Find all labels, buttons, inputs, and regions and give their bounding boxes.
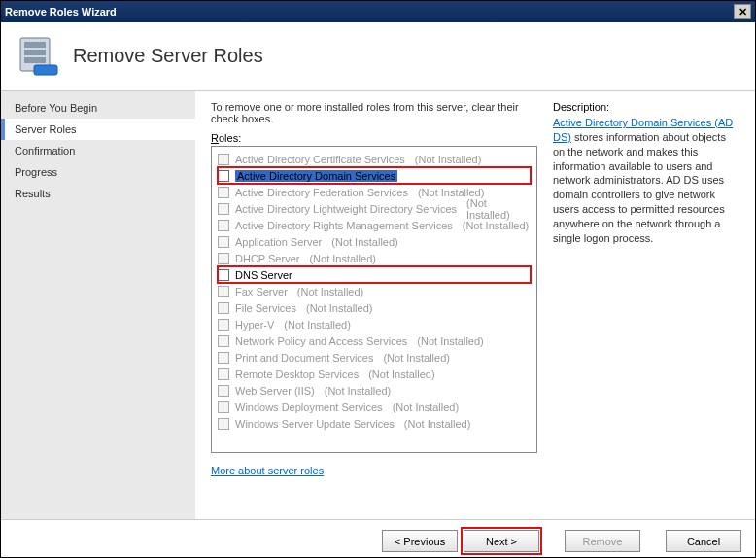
- role-item: Active Directory Certificate Services(No…: [218, 151, 531, 167]
- sidebar-item-server-roles[interactable]: Server Roles: [1, 119, 195, 140]
- remove-button: Remove: [565, 530, 640, 552]
- role-name: Active Directory Federation Services: [235, 187, 408, 198]
- role-status: (Not Installed): [306, 302, 372, 314]
- instruction-text: To remove one or more installed roles fr…: [211, 101, 537, 124]
- role-name: Active Directory Domain Services: [235, 170, 397, 182]
- sidebar-item-before-you-begin[interactable]: Before You Begin: [1, 97, 195, 119]
- role-name: Print and Document Services: [235, 352, 373, 364]
- role-status: (Not Installed): [417, 335, 483, 347]
- role-checkbox: [218, 368, 229, 380]
- sidebar-item-results[interactable]: Results: [1, 183, 195, 204]
- role-status: (Not Installed): [368, 368, 434, 380]
- description-body: stores information about objects on the …: [553, 131, 726, 244]
- role-item: Print and Document Services(Not Installe…: [218, 349, 531, 366]
- wizard-footer: < Previous Next > Remove Cancel: [1, 519, 755, 558]
- role-checkbox: [218, 401, 229, 413]
- close-button[interactable]: ✕: [734, 4, 751, 19]
- role-item: Active Directory Lightweight Directory S…: [218, 200, 531, 217]
- description-text: Active Directory Domain Services (AD DS)…: [553, 116, 739, 246]
- role-status: (Not Installed): [404, 418, 470, 430]
- sidebar-item-progress[interactable]: Progress: [1, 161, 195, 183]
- role-checkbox: [218, 335, 229, 347]
- role-status: (Not Installed): [325, 385, 391, 397]
- role-checkbox: [218, 352, 229, 364]
- role-status: (Not Installed): [463, 220, 529, 231]
- role-name: File Services: [235, 302, 296, 314]
- role-checkbox: [218, 253, 229, 264]
- role-item: Windows Server Update Services(Not Insta…: [218, 415, 531, 432]
- role-status: (Not Installed): [331, 236, 397, 248]
- role-checkbox[interactable]: [218, 269, 229, 281]
- next-button[interactable]: Next >: [464, 530, 539, 552]
- svg-rect-2: [24, 50, 46, 55]
- role-item: File Services(Not Installed): [218, 299, 531, 316]
- role-checkbox: [218, 286, 229, 297]
- window-title: Remove Roles Wizard: [5, 6, 117, 17]
- role-name: Application Server: [235, 236, 322, 248]
- svg-rect-1: [24, 42, 46, 48]
- role-name: Active Directory Lightweight Directory S…: [235, 203, 457, 215]
- role-name: Hyper-V: [235, 319, 274, 331]
- wizard-header: Remove Server Roles: [1, 22, 755, 91]
- sidebar-item-confirmation[interactable]: Confirmation: [1, 140, 195, 161]
- page-title: Remove Server Roles: [73, 45, 263, 67]
- role-checkbox: [218, 385, 229, 397]
- role-checkbox: [218, 154, 229, 165]
- wizard-sidebar: Before You BeginServer RolesConfirmation…: [1, 91, 195, 519]
- role-item[interactable]: DNS Server: [218, 266, 531, 283]
- roles-listbox[interactable]: Active Directory Certificate Services(No…: [211, 146, 537, 453]
- cancel-button[interactable]: Cancel: [666, 530, 741, 552]
- role-name: Fax Server: [235, 286, 288, 297]
- role-checkbox: [218, 203, 229, 215]
- description-label: Description:: [553, 101, 739, 113]
- role-checkbox: [218, 220, 229, 231]
- svg-rect-4: [34, 65, 57, 75]
- role-status: (Not Installed): [284, 319, 350, 331]
- role-name: Windows Deployment Services: [235, 401, 383, 413]
- titlebar: Remove Roles Wizard ✕: [1, 1, 755, 22]
- role-checkbox: [218, 302, 229, 314]
- role-status: (Not Installed): [415, 154, 481, 165]
- role-checkbox: [218, 187, 229, 198]
- role-item: Active Directory Rights Management Servi…: [218, 217, 531, 233]
- previous-button[interactable]: < Previous: [382, 530, 458, 552]
- role-checkbox: [218, 418, 229, 430]
- role-name: Remote Desktop Services: [235, 368, 359, 380]
- role-status: (Not Installed): [297, 286, 363, 297]
- role-checkbox: [218, 319, 229, 331]
- role-name: DNS Server: [235, 269, 292, 281]
- role-checkbox[interactable]: [218, 170, 229, 182]
- role-name: Network Policy and Access Services: [235, 335, 407, 347]
- roles-label: Roles:: [211, 132, 537, 144]
- server-role-icon: [15, 32, 61, 79]
- role-item: Remote Desktop Services(Not Installed): [218, 366, 531, 382]
- role-item[interactable]: Active Directory Domain Services: [218, 167, 531, 184]
- role-checkbox: [218, 236, 229, 248]
- role-name: Web Server (IIS): [235, 385, 315, 397]
- role-name: Active Directory Certificate Services: [235, 154, 405, 165]
- role-status: (Not Installed): [393, 401, 459, 413]
- role-item: Network Policy and Access Services(Not I…: [218, 332, 531, 349]
- role-item: Hyper-V(Not Installed): [218, 316, 531, 332]
- role-status: (Not Installed): [466, 197, 531, 221]
- role-name: DHCP Server: [235, 253, 299, 264]
- role-name: Windows Server Update Services: [235, 418, 395, 430]
- role-item: Windows Deployment Services(Not Installe…: [218, 399, 531, 415]
- role-name: Active Directory Rights Management Servi…: [235, 220, 453, 231]
- role-item: DHCP Server(Not Installed): [218, 250, 531, 266]
- more-about-roles-link[interactable]: More about server roles: [211, 465, 537, 476]
- role-item: Fax Server(Not Installed): [218, 283, 531, 299]
- role-status: (Not Installed): [383, 352, 449, 364]
- svg-rect-3: [24, 57, 46, 63]
- role-item: Web Server (IIS)(Not Installed): [218, 382, 531, 399]
- role-status: (Not Installed): [309, 253, 375, 264]
- role-item: Application Server(Not Installed): [218, 233, 531, 250]
